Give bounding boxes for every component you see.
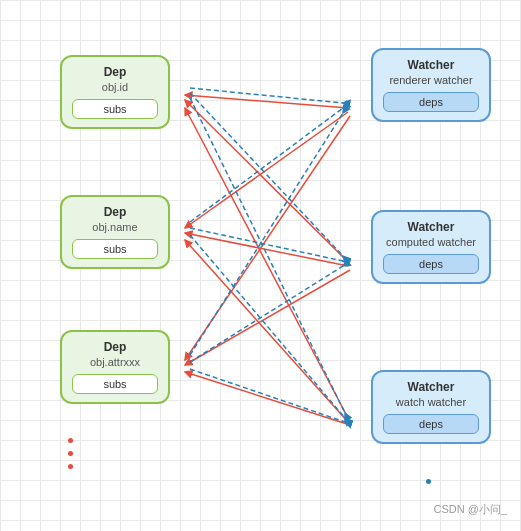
w1-title: Watcher — [383, 58, 479, 72]
dep2-subtitle: obj.name — [72, 221, 158, 233]
w2-subtitle: computed watcher — [383, 236, 479, 248]
w3-subtitle: watch watcher — [383, 396, 479, 408]
watcher-box-3: Watcher watch watcher deps — [371, 370, 491, 444]
dep3-subtitle: obj.attrxxx — [72, 356, 158, 368]
dep3-title: Dep — [72, 340, 158, 354]
dots-right — [426, 477, 431, 486]
dep2-title: Dep — [72, 205, 158, 219]
watcher-box-2: Watcher computed watcher deps — [371, 210, 491, 284]
dep2-subs: subs — [72, 239, 158, 259]
w3-title: Watcher — [383, 380, 479, 394]
watcher-box-1: Watcher renderer watcher deps — [371, 48, 491, 122]
w1-subtitle: renderer watcher — [383, 74, 479, 86]
w3-deps: deps — [383, 414, 479, 434]
w2-title: Watcher — [383, 220, 479, 234]
dep-box-2: Dep obj.name subs — [60, 195, 170, 269]
w2-deps: deps — [383, 254, 479, 274]
dep1-subs: subs — [72, 99, 158, 119]
dots-left — [68, 436, 73, 471]
dep3-subs: subs — [72, 374, 158, 394]
watermark: CSDN @小问_ — [433, 502, 507, 517]
dep1-title: Dep — [72, 65, 158, 79]
w1-deps: deps — [383, 92, 479, 112]
dep1-subtitle: obj.id — [72, 81, 158, 93]
dep-box-3: Dep obj.attrxxx subs — [60, 330, 170, 404]
dep-box-1: Dep obj.id subs — [60, 55, 170, 129]
